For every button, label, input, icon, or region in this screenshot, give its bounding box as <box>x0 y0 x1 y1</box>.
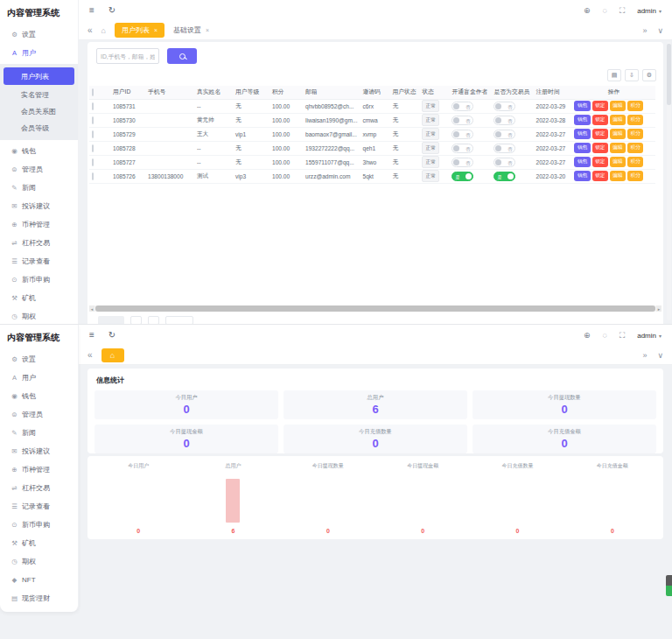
points-button[interactable]: 积分 <box>627 143 643 153</box>
blindbox-toggle[interactable]: 否 <box>452 130 473 139</box>
home-tab-icon[interactable]: ⌂ <box>102 26 106 35</box>
fullscreen-icon[interactable]: ⛶ <box>620 7 625 15</box>
sidebar-item-4[interactable]: ✎新闻 <box>0 179 78 197</box>
sidebar-item-5[interactable]: ✉投诉建议 <box>0 442 78 460</box>
floating-widget-top[interactable] <box>666 575 672 586</box>
lock-button[interactable]: 锁定 <box>592 171 608 181</box>
hscroll-right-icon[interactable]: ▸ <box>656 305 662 312</box>
trader-toggle[interactable]: 否 <box>494 102 515 111</box>
edit-button[interactable]: 编辑 <box>610 157 626 167</box>
sidebar-subitem-3[interactable]: 会员等级 <box>0 120 78 137</box>
row-checkbox[interactable] <box>92 116 94 124</box>
sidebar-item-3[interactable]: ⊜管理员 <box>0 405 78 424</box>
blindbox-toggle[interactable]: 否 <box>452 144 473 153</box>
clear-cache-icon[interactable]: ◌ <box>603 332 607 340</box>
lock-button[interactable]: 锁定 <box>592 129 608 139</box>
row-checkbox[interactable] <box>92 158 94 166</box>
points-button[interactable]: 积分 <box>627 115 643 125</box>
wallet-button[interactable]: 钱包 <box>574 171 590 181</box>
points-button[interactable]: 积分 <box>627 171 643 181</box>
sidebar-item-6[interactable]: ⊕币种管理 <box>0 215 78 234</box>
pagination-prev[interactable] <box>130 316 142 324</box>
blindbox-toggle[interactable]: 否 <box>452 158 473 167</box>
select-all-checkbox[interactable] <box>92 88 94 96</box>
edit-button[interactable]: 编辑 <box>610 171 626 181</box>
sidebar-item-7[interactable]: ⇌杠杆交易 <box>0 479 78 497</box>
sidebar-item-2[interactable]: ◉钱包 <box>0 142 78 160</box>
sidebar-item-8[interactable]: ☰记录查看 <box>0 497 78 516</box>
filter-columns-icon[interactable]: ▤ <box>607 69 621 81</box>
language-icon[interactable]: ⊕ <box>584 332 591 340</box>
sidebar-item-13[interactable]: ▤现货理财 <box>0 589 78 607</box>
sidebar-item-3[interactable]: ⊜管理员 <box>0 160 78 179</box>
sidebar-item-7[interactable]: ⇌杠杆交易 <box>0 234 78 252</box>
tabs-expand-icon[interactable]: » <box>642 26 647 35</box>
trader-toggle[interactable]: 否 <box>494 158 515 167</box>
pagination-next[interactable] <box>165 316 193 324</box>
sidebar-item-12[interactable]: ◆NFT <box>0 571 78 589</box>
floating-widget-bottom[interactable] <box>666 586 672 596</box>
clear-cache-icon[interactable]: ◌ <box>603 7 607 15</box>
sidebar-item-10[interactable]: ⚒矿机 <box>0 534 78 552</box>
sidebar-item-4[interactable]: ✎新闻 <box>0 424 78 442</box>
hscroll-left-icon[interactable]: ◂ <box>89 305 94 312</box>
blindbox-toggle[interactable]: 否 <box>452 116 473 125</box>
vertical-scrollbar[interactable] <box>667 42 671 320</box>
tabs-expand-icon[interactable]: » <box>642 351 647 360</box>
tabs-collapse-icon[interactable]: « <box>88 350 93 360</box>
sidebar-item-5[interactable]: ✉投诉建议 <box>0 197 78 215</box>
fullscreen-icon[interactable]: ⛶ <box>620 332 625 340</box>
sidebar-item-6[interactable]: ⊕币种管理 <box>0 460 78 479</box>
table-settings-icon[interactable]: ⚙ <box>642 69 656 81</box>
wallet-button[interactable]: 钱包 <box>574 143 590 153</box>
tab-user-list[interactable]: 用户列表 × <box>115 23 164 38</box>
blindbox-toggle[interactable]: 否 <box>452 102 473 111</box>
points-button[interactable]: 积分 <box>627 129 643 139</box>
vscroll-thumb[interactable] <box>667 44 671 105</box>
sidebar-item-9[interactable]: ⊙新币申购 <box>0 516 78 534</box>
lock-button[interactable]: 锁定 <box>592 115 608 125</box>
sidebar-item-9[interactable]: ⊙新币申购 <box>0 270 78 289</box>
lock-button[interactable]: 锁定 <box>592 143 608 153</box>
edit-button[interactable]: 编辑 <box>610 129 626 139</box>
user-menu[interactable]: admin ▾ <box>637 332 662 340</box>
sidebar-item-0[interactable]: ⚙设置 <box>0 25 78 44</box>
sidebar-item-0[interactable]: ⚙设置 <box>0 350 78 369</box>
edit-button[interactable]: 编辑 <box>610 115 626 125</box>
row-checkbox[interactable] <box>92 144 94 152</box>
hscroll-thumb[interactable] <box>95 305 655 312</box>
close-icon[interactable]: × <box>154 27 158 33</box>
language-icon[interactable]: ⊕ <box>584 7 591 15</box>
wallet-button[interactable]: 钱包 <box>574 101 590 111</box>
sidebar-item-1[interactable]: A用户 <box>0 369 78 387</box>
home-tab-active[interactable]: ⌂ <box>102 348 124 362</box>
horizontal-scrollbar[interactable]: ◂ ▸ <box>89 305 662 312</box>
floating-widget[interactable] <box>666 575 672 596</box>
hamburger-icon[interactable]: ≡ <box>89 331 94 340</box>
tabs-menu-icon[interactable]: ∨ <box>657 26 663 35</box>
sidebar-subitem-0[interactable]: 用户列表 <box>4 67 74 85</box>
points-button[interactable]: 积分 <box>627 101 643 111</box>
lock-button[interactable]: 锁定 <box>592 157 608 167</box>
points-button[interactable]: 积分 <box>627 157 643 167</box>
trader-toggle[interactable]: 否 <box>494 130 515 139</box>
tabs-collapse-icon[interactable]: « <box>88 25 93 35</box>
wallet-button[interactable]: 钱包 <box>574 129 590 139</box>
sidebar-subitem-2[interactable]: 会员关系图 <box>0 103 78 120</box>
row-checkbox[interactable] <box>92 172 94 180</box>
close-icon[interactable]: × <box>206 27 209 33</box>
row-checkbox[interactable] <box>92 130 94 138</box>
export-icon[interactable]: ⇩ <box>625 69 639 81</box>
wallet-button[interactable]: 钱包 <box>574 115 590 125</box>
sidebar-item-11[interactable]: ◷期权 <box>0 552 78 571</box>
pagination-page[interactable] <box>148 316 159 324</box>
tab-basic-settings[interactable]: 基础设置 × <box>173 25 209 35</box>
sidebar-item-1[interactable]: A用户 <box>0 44 78 62</box>
edit-button[interactable]: 编辑 <box>610 101 626 111</box>
sidebar-subitem-1[interactable]: 实名管理 <box>0 87 78 103</box>
trader-toggle[interactable]: 否 <box>494 144 515 153</box>
search-button[interactable] <box>167 48 197 64</box>
row-checkbox[interactable] <box>92 102 94 110</box>
trader-toggle[interactable]: 否 <box>494 116 515 125</box>
refresh-icon[interactable]: ↻ <box>108 331 116 340</box>
